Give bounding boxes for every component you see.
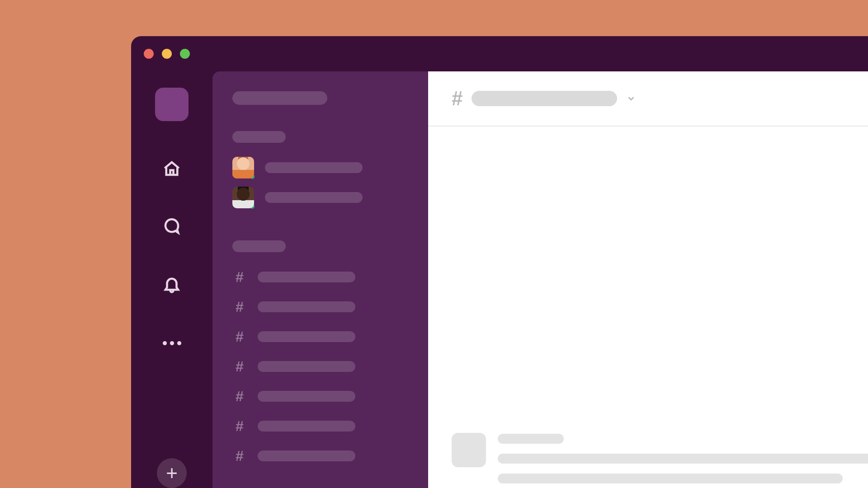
- message-line-placeholder: [498, 474, 843, 483]
- avatar-placeholder: [452, 433, 486, 467]
- window-maximize-button[interactable]: [180, 49, 190, 59]
- message-line-placeholder: [498, 454, 868, 464]
- avatar: [232, 157, 254, 178]
- chat-icon: [162, 217, 181, 238]
- app-body: + #: [131, 71, 868, 488]
- app-window: + #: [131, 36, 868, 488]
- channel-name-placeholder: [258, 361, 355, 372]
- channel-name-placeholder: [258, 301, 355, 312]
- add-workspace-button[interactable]: +: [157, 458, 187, 488]
- channel-item[interactable]: #: [232, 445, 415, 467]
- message-author-placeholder: [498, 434, 564, 444]
- plus-icon: +: [166, 463, 178, 483]
- hash-icon: #: [232, 448, 247, 465]
- home-icon: [162, 159, 181, 180]
- dm-name-placeholder: [265, 162, 363, 173]
- presence-indicator-online: [249, 203, 256, 210]
- channel-name-placeholder: [472, 91, 617, 106]
- dm-name-placeholder: [265, 192, 363, 203]
- more-icon: [163, 341, 181, 345]
- channel-name-placeholder: [258, 421, 355, 432]
- nav-dms[interactable]: [162, 218, 181, 237]
- channel-name-placeholder: [258, 331, 355, 342]
- message-list: [428, 127, 868, 488]
- channel-name-placeholder: [258, 272, 355, 282]
- nav-home[interactable]: [162, 160, 181, 179]
- nav-activity[interactable]: [162, 276, 181, 295]
- titlebar: [131, 36, 868, 71]
- message-content-placeholder: [498, 433, 868, 483]
- channel-item[interactable]: #: [232, 415, 415, 437]
- hash-icon: #: [232, 269, 247, 286]
- channel-item[interactable]: #: [232, 325, 415, 348]
- window-close-button[interactable]: [144, 49, 154, 59]
- dm-item[interactable]: [232, 156, 415, 179]
- workspace-switcher[interactable]: [155, 88, 189, 121]
- channel-item[interactable]: #: [232, 266, 415, 288]
- channel-item[interactable]: #: [232, 296, 415, 318]
- hash-icon: #: [232, 418, 247, 435]
- avatar: [232, 187, 254, 208]
- channel-item[interactable]: #: [232, 385, 415, 408]
- hash-icon: #: [232, 328, 247, 345]
- window-minimize-button[interactable]: [162, 49, 172, 59]
- main-panel: #: [428, 71, 868, 488]
- workspace-title-placeholder[interactable]: [232, 91, 327, 105]
- presence-indicator-online: [249, 173, 256, 180]
- channel-item[interactable]: #: [232, 355, 415, 378]
- hash-icon: #: [232, 299, 247, 315]
- hash-icon: #: [232, 388, 247, 405]
- dm-item[interactable]: [232, 186, 415, 209]
- channel-sidebar: # # # # # # #: [212, 71, 428, 488]
- hash-icon: #: [452, 87, 462, 110]
- nav-rail: +: [131, 71, 212, 488]
- hash-icon: #: [232, 358, 247, 375]
- channel-name-placeholder: [258, 391, 355, 402]
- section-header-dms[interactable]: [232, 131, 286, 143]
- bell-icon: [162, 275, 181, 296]
- section-header-channels[interactable]: [232, 240, 286, 252]
- message-item: [452, 433, 868, 483]
- nav-more[interactable]: [162, 333, 181, 352]
- channel-header[interactable]: #: [428, 71, 868, 127]
- chevron-down-icon: [626, 94, 636, 103]
- channel-name-placeholder: [258, 450, 355, 461]
